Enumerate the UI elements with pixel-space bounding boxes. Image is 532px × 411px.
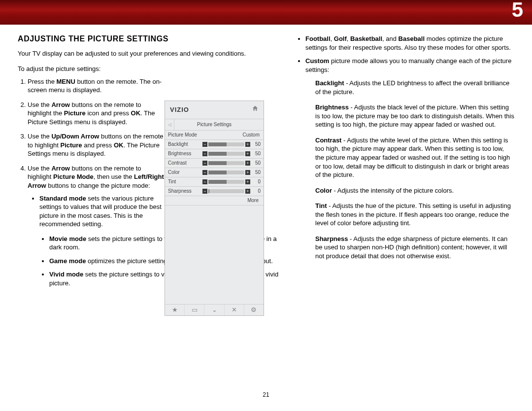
osd-row-value: 50 [250,140,261,149]
def-tint: Tint - Adjusts the hue of the picture. T… [315,202,514,228]
osd-row-sharpness: Sharpness − + 0 [165,187,264,196]
osd-row-value: 50 [250,159,261,168]
plus-icon: + [245,179,250,184]
osd-row-brightness: Brightness − + 50 [165,149,264,159]
lead-text: To adjust the picture settings: [18,65,264,72]
osd-footer: ★ ▭ ⌄ ✕ ⚙ [165,304,264,315]
osd-row-more: More [165,196,264,206]
def-brightness: Brightness - Adjusts the black level of … [315,103,514,129]
osd-row-label: Brightness [168,149,202,158]
wide-icon: ▭ [185,305,204,315]
chapter-header: 5 [0,0,532,25]
setting-definitions: Backlight - Adjusts the LED brightness t… [315,79,514,260]
page-body: ADJUSTING THE PICTURE SETTINGS Your TV d… [18,34,514,401]
mode-sports: Football, Golf, Basketball, and Baseball… [305,34,514,52]
osd-row-label: Picture Mode [168,131,202,139]
intro-text: Your TV display can be adjusted to suit … [18,49,264,58]
right-bullet-list: Football, Golf, Basketball, and Baseball… [288,34,514,74]
plus-icon: + [245,189,250,194]
osd-row-color: Color − + 50 [165,168,264,177]
osd-row-label: Tint [168,177,202,186]
osd-row-value: Custom [202,131,261,139]
slider: − + [202,171,250,174]
minus-icon: − [202,151,207,156]
right-column: Football, Golf, Basketball, and Baseball… [288,34,514,267]
osd-screenshot: VIZIO ◁ Picture Settings Picture Mode Cu… [165,101,264,316]
plus-icon: + [245,170,250,175]
plus-icon: + [245,142,250,147]
mode-custom: Custom picture mode allows you to manual… [305,57,514,74]
osd-row-value: 50 [250,149,261,158]
slider: − + [202,189,250,193]
minus-icon: − [202,179,207,184]
page-title: ADJUSTING THE PICTURE SETTINGS [18,34,264,43]
back-icon: ◁ [165,119,174,130]
minus-icon: − [202,161,207,166]
osd-row-label: Sharpness [168,187,202,196]
osd-row-label: Backlight [168,140,202,149]
def-contrast: Contrast - Adjusts the white level of th… [315,136,514,179]
step-2: Use the Arrow buttons on the remote to h… [28,101,166,127]
mode-list-narrow: Standard mode sets the various picture s… [28,194,166,229]
close-icon: ✕ [225,305,244,315]
minus-icon: − [202,170,207,175]
plus-icon: + [245,151,250,156]
step-4: Use the Arrow buttons on the remote to h… [28,164,166,229]
page-number: 21 [18,391,514,398]
chapter-number: 5 [512,0,523,22]
def-backlight: Backlight - Adjusts the LED brightness t… [315,79,514,96]
slider: − + [202,161,250,165]
home-icon [252,105,259,112]
more-label: More [247,196,259,205]
plus-icon: + [245,161,250,166]
osd-row-label: Contrast [168,159,202,168]
minus-icon: − [202,189,207,194]
osd-row-value: 0 [250,177,261,186]
osd-row-label: Color [168,168,202,177]
osd-row-picture-mode: Picture Mode Custom [165,131,264,140]
def-color: Color - Adjusts the intensity of the pic… [315,186,514,195]
step-1: Press the MENU button on the remote. The… [28,77,166,95]
slider: − + [202,142,250,146]
osd-title: Picture Settings [197,122,232,127]
gear-icon: ⚙ [244,305,264,315]
osd-row-value: 50 [250,168,261,177]
osd-row-contrast: Contrast − + 50 [165,159,264,168]
osd-title-row: ◁ Picture Settings [165,119,264,131]
mode-standard: Standard mode sets the various picture s… [39,194,166,229]
osd-logo: VIZIO [170,106,189,113]
slider: − + [202,152,250,156]
osd-row-tint: Tint − + 0 [165,177,264,187]
osd-row-value: 0 [250,187,261,196]
step-3: Use the Up/Down Arrow buttons on the rem… [28,132,166,158]
chevron-down-icon: ⌄ [204,305,224,315]
slider: − + [202,180,250,184]
osd-header: VIZIO [165,101,264,119]
osd-row-backlight: Backlight − + 50 [165,140,264,149]
star-icon: ★ [165,305,185,315]
minus-icon: − [202,142,207,147]
steps-list: Press the MENU button on the remote. The… [18,77,166,229]
def-sharpness: Sharpness - Adjusts the edge sharpness o… [315,235,514,261]
